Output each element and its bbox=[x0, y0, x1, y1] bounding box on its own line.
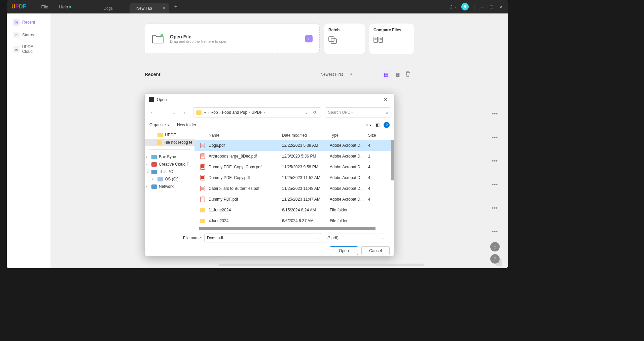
refresh-icon[interactable]: ⟳ bbox=[313, 110, 317, 115]
more-icon[interactable]: ••• bbox=[492, 135, 498, 140]
batch-card[interactable]: Batch bbox=[324, 24, 365, 54]
more-icon[interactable]: ••• bbox=[492, 158, 498, 164]
open-file-card[interactable]: Open File Drag and drop the file here to… bbox=[145, 24, 320, 54]
filename-input[interactable]: Dogs.pdf⌄ bbox=[205, 234, 322, 242]
breadcrumb-segment[interactable]: « bbox=[204, 110, 207, 115]
sidebar-item[interactable]: ☁UPDF Cloud bbox=[10, 42, 47, 56]
dialog-body: UPDFFile not recog te›Box Sync›Creative … bbox=[145, 131, 394, 230]
organize-button[interactable]: Organize ▼ bbox=[149, 123, 170, 127]
search-icon: ⌕ bbox=[386, 110, 388, 115]
maximize-button[interactable]: ☐ bbox=[489, 4, 494, 9]
sidebar-icon: ☁ bbox=[13, 46, 20, 53]
menu-help[interactable]: Help bbox=[54, 4, 77, 9]
dialog-footer: File name: Dogs.pdf⌄ (*.pdf)⌄ Open Cance… bbox=[145, 230, 394, 260]
up-button[interactable]: ↑ bbox=[180, 108, 189, 117]
tab-close-icon[interactable]: ✕ bbox=[162, 6, 166, 10]
tab[interactable]: Dogs bbox=[97, 3, 130, 13]
svg-rect-3 bbox=[374, 37, 378, 42]
filetype-select[interactable]: (*.pdf)⌄ bbox=[325, 234, 386, 242]
more-icon[interactable]: ••• bbox=[492, 229, 498, 234]
breadcrumb-segment[interactable]: UPDF bbox=[251, 110, 262, 115]
open-file-subtitle: Drag and drop the file here to open bbox=[170, 39, 227, 43]
recent-file-actions: ••• ••• ••• ••• ••• ••• bbox=[492, 111, 498, 234]
breadcrumb[interactable]: «›Rob›Food and Pup›UPDF›⌄⟳ bbox=[193, 107, 321, 117]
notif-count[interactable]: 2 ⌄ bbox=[450, 4, 457, 9]
back-button[interactable]: ← bbox=[148, 108, 157, 117]
file-row[interactable]: Caterpillars to Butterflies.pdf11/25/202… bbox=[194, 183, 394, 194]
file-row[interactable]: Dummy PDF_Copy.pdf11/25/2023 11:52 AMAdo… bbox=[194, 172, 394, 183]
tree-item[interactable]: ›Box Sync bbox=[145, 153, 194, 161]
new-folder-button[interactable]: New folder bbox=[177, 123, 196, 127]
file-date: 11/25/2023 11:52 AM bbox=[282, 175, 330, 180]
open-button[interactable]: Open bbox=[330, 246, 358, 255]
preview-pane-button[interactable]: ◧ bbox=[376, 123, 380, 127]
compare-icon bbox=[373, 36, 382, 44]
chevron-icon[interactable]: › bbox=[152, 177, 155, 181]
file-size: 1 bbox=[368, 154, 382, 159]
file-row[interactable]: Dummy PDF.pdf11/25/2023 11:47 AMAdobe Ac… bbox=[194, 194, 394, 205]
help-icon[interactable]: ? bbox=[384, 122, 390, 128]
search-placeholder: Search UPDF bbox=[328, 110, 353, 115]
open-file-text: Open File Drag and drop the file here to… bbox=[170, 34, 227, 43]
trash-button[interactable] bbox=[405, 71, 410, 78]
compare-card[interactable]: Compare Files bbox=[369, 24, 414, 54]
breadcrumb-segment[interactable]: Rob bbox=[211, 110, 218, 115]
avatar[interactable]: R bbox=[461, 3, 469, 10]
file-row[interactable]: 4June20246/6/2024 6:37 AMFile folder bbox=[194, 215, 394, 226]
filename-label: File name: bbox=[183, 236, 202, 240]
chevron-icon[interactable]: › bbox=[146, 155, 149, 159]
horizontal-scrollbar[interactable] bbox=[199, 227, 375, 230]
chevron-down-icon: ▼ bbox=[350, 73, 353, 76]
chevron-icon[interactable]: › bbox=[146, 163, 149, 166]
dialog-nav: ← → ⌄ ↑ «›Rob›Food and Pup›UPDF›⌄⟳ Searc… bbox=[145, 106, 394, 119]
tree-item[interactable]: ›Creative Cloud F bbox=[145, 161, 194, 168]
search-fab[interactable]: ⌕ bbox=[490, 242, 500, 251]
tree-item[interactable]: File not recog te bbox=[145, 139, 194, 146]
vertical-scrollbar[interactable] bbox=[391, 140, 394, 180]
dialog-close-button[interactable]: ✕ bbox=[381, 96, 390, 104]
folder-icon bbox=[157, 133, 163, 137]
more-icon[interactable]: ••• bbox=[492, 205, 498, 211]
forward-button[interactable]: → bbox=[159, 108, 168, 117]
file-name: Caterpillars to Butterflies.pdf bbox=[209, 186, 259, 191]
view-mode-button[interactable]: ≡ ▼ bbox=[366, 123, 372, 127]
col-date[interactable]: Date modified bbox=[282, 133, 330, 138]
tree-item[interactable]: ›OS (C:) bbox=[145, 175, 194, 183]
file-row[interactable]: Dummy PDF_Copy_Copy.pdf11/25/2023 9:58 P… bbox=[194, 162, 394, 172]
tree-item[interactable]: ›Network bbox=[145, 183, 194, 190]
minimize-button[interactable]: ─ bbox=[480, 4, 485, 9]
more-icon[interactable]: ••• bbox=[492, 111, 498, 116]
search-input[interactable]: Search UPDF ⌕ bbox=[325, 107, 391, 117]
menu-file[interactable]: File bbox=[36, 4, 54, 9]
dialog-titlebar: Open ✕ bbox=[145, 94, 394, 106]
sort-select[interactable]: Newest First▼ bbox=[320, 72, 353, 77]
chevron-icon[interactable]: ⌄ bbox=[146, 170, 149, 173]
file-row[interactable]: Dogs.pdf12/22/2023 5:38 AMAdobe Acrobat … bbox=[194, 140, 394, 151]
help-fab[interactable]: ? bbox=[490, 254, 500, 264]
view-list-button[interactable]: ▤ bbox=[382, 70, 390, 79]
file-row[interactable]: Arthropods large_8Dec.pdf12/8/2023 5:36 … bbox=[194, 151, 394, 162]
col-name[interactable]: Name bbox=[199, 133, 282, 138]
close-button[interactable]: ✕ bbox=[499, 4, 503, 9]
view-grid-button[interactable]: ▦ bbox=[393, 70, 402, 79]
col-type[interactable]: Type bbox=[330, 133, 368, 138]
file-row[interactable]: 11June20246/15/2024 8:24 AMFile folder bbox=[194, 205, 394, 215]
more-icon[interactable]: ••• bbox=[492, 182, 498, 187]
folder-icon bbox=[200, 208, 205, 212]
tree-item[interactable]: UPDF bbox=[145, 131, 194, 139]
col-size[interactable]: Size bbox=[368, 133, 382, 138]
recent-dropdown[interactable]: ⌄ bbox=[170, 108, 178, 117]
chevron-icon[interactable]: › bbox=[146, 185, 149, 188]
batch-title: Batch bbox=[328, 28, 361, 32]
breadcrumb-segment[interactable]: Food and Pup bbox=[222, 110, 247, 115]
cancel-button[interactable]: Cancel bbox=[361, 246, 390, 255]
sidebar-item[interactable]: ◷Recent bbox=[10, 17, 47, 28]
new-tab-button[interactable]: + bbox=[172, 2, 180, 11]
tab[interactable]: New Tab✕ bbox=[130, 3, 169, 13]
scrollbar[interactable] bbox=[219, 264, 424, 266]
chevron-down-icon[interactable]: ⌄ bbox=[305, 110, 308, 115]
tree-item[interactable]: ⌄This PC bbox=[145, 168, 194, 175]
sidebar-item[interactable]: ☆Starred bbox=[10, 30, 47, 40]
dialog-icon bbox=[149, 97, 154, 102]
file-type: Adobe Acrobat D... bbox=[330, 165, 368, 169]
